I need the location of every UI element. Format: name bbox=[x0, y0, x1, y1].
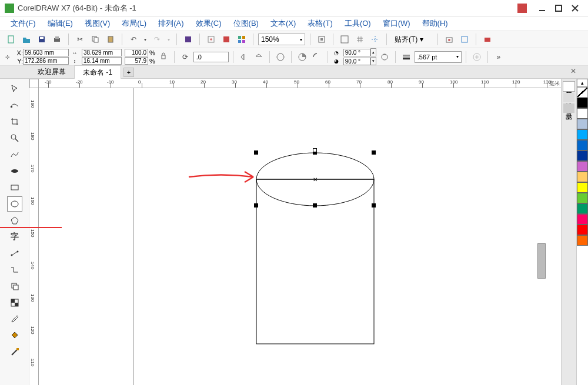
menu-effects[interactable]: 效果(C) bbox=[191, 17, 226, 30]
y-input[interactable] bbox=[23, 57, 69, 65]
menu-window[interactable]: 窗口(W) bbox=[378, 17, 415, 30]
color-swatch[interactable] bbox=[577, 140, 588, 150]
rotation-input[interactable] bbox=[193, 52, 229, 62]
spinner-down[interactable]: ▾ bbox=[370, 57, 376, 65]
eyedropper-tool[interactable] bbox=[7, 312, 22, 327]
color-swatch[interactable] bbox=[577, 172, 588, 182]
dimension-tool[interactable] bbox=[7, 246, 22, 261]
mirror-h-button[interactable] bbox=[238, 51, 250, 63]
menu-view[interactable]: 视图(V) bbox=[80, 17, 115, 30]
export-button[interactable] bbox=[205, 33, 218, 46]
palette-up-button[interactable]: ▴ bbox=[577, 79, 588, 87]
color-swatch[interactable] bbox=[577, 98, 588, 108]
x-input[interactable] bbox=[23, 49, 69, 56]
app-launcher-button[interactable] bbox=[235, 33, 248, 46]
handle-ne[interactable] bbox=[372, 150, 376, 155]
options2-button[interactable] bbox=[458, 33, 471, 46]
menu-table[interactable]: 表格(T) bbox=[303, 17, 338, 30]
fill-tool[interactable] bbox=[7, 328, 22, 343]
tab-close-icon[interactable]: ✕ bbox=[570, 67, 576, 75]
docker-hints[interactable]: 提示 bbox=[563, 103, 574, 113]
arc-mode-button[interactable] bbox=[310, 51, 323, 63]
menu-arrange[interactable]: 排列(A) bbox=[153, 17, 188, 30]
minimize-button[interactable] bbox=[534, 2, 550, 14]
text-tool[interactable]: 字 bbox=[7, 229, 22, 245]
transparency-tool[interactable] bbox=[7, 295, 22, 310]
save-button[interactable] bbox=[35, 33, 48, 46]
outline-width-select[interactable]: .567 pt▾ bbox=[415, 51, 462, 63]
menu-edit[interactable]: 编辑(E) bbox=[43, 17, 78, 30]
color-swatch[interactable] bbox=[577, 161, 588, 172]
show-guides-button[interactable] bbox=[369, 33, 382, 46]
interactive-tool[interactable] bbox=[7, 279, 22, 294]
menu-bitmaps[interactable]: 位图(B) bbox=[229, 17, 263, 30]
height-input[interactable] bbox=[82, 57, 122, 65]
more-button[interactable]: » bbox=[492, 51, 505, 63]
color-swatch[interactable] bbox=[577, 182, 588, 193]
docker-object-properties[interactable]: 对象属性 bbox=[563, 81, 575, 92]
tab-document[interactable]: 未命名 -1 bbox=[74, 65, 121, 80]
ruler-origin[interactable] bbox=[29, 79, 39, 88]
color-swatch[interactable] bbox=[577, 225, 588, 235]
publish-pdf-button[interactable] bbox=[220, 33, 233, 46]
end-angle-input[interactable] bbox=[343, 58, 370, 65]
show-grid-button[interactable] bbox=[353, 33, 366, 46]
crop-tool[interactable] bbox=[7, 114, 22, 129]
rectangle-tool[interactable] bbox=[7, 180, 22, 195]
color-swatch[interactable] bbox=[577, 150, 588, 161]
fullscreen-button[interactable] bbox=[315, 33, 328, 46]
options-button[interactable] bbox=[443, 33, 456, 46]
pick-tool[interactable] bbox=[7, 81, 22, 96]
scale-x-input[interactable] bbox=[125, 49, 148, 56]
swap-angles-button[interactable] bbox=[378, 51, 391, 63]
horizontal-ruler[interactable]: 毫米 -30-20-100102030405060708090100110120… bbox=[39, 79, 561, 88]
menu-tools[interactable]: 工具(O) bbox=[340, 17, 376, 30]
color-swatch[interactable] bbox=[577, 214, 588, 225]
show-rulers-button[interactable] bbox=[338, 33, 351, 46]
tab-welcome[interactable]: 欢迎屏幕 bbox=[29, 65, 74, 79]
menu-file[interactable]: 文件(F) bbox=[6, 17, 41, 30]
handle-nw[interactable] bbox=[254, 150, 258, 155]
pie-mode-button[interactable] bbox=[296, 51, 309, 63]
menu-help[interactable]: 帮助(H) bbox=[417, 17, 453, 30]
color-swatch[interactable] bbox=[577, 108, 588, 119]
user-badge-icon[interactable] bbox=[517, 4, 527, 13]
snap-dropdown[interactable]: 贴齐(T) ▾ bbox=[392, 34, 433, 45]
ellipse-node-icon[interactable] bbox=[313, 148, 317, 152]
scale-y-input[interactable] bbox=[125, 57, 148, 65]
shape-tool[interactable] bbox=[7, 98, 22, 113]
close-button[interactable] bbox=[567, 2, 583, 14]
outline-tool[interactable] bbox=[7, 344, 22, 360]
freehand-tool[interactable] bbox=[7, 147, 22, 162]
new-button[interactable] bbox=[5, 33, 18, 46]
vertical-scrollbar-thumb[interactable] bbox=[537, 243, 546, 279]
docker-guides[interactable]: 辅助线 bbox=[563, 93, 574, 102]
palette-no-color[interactable] bbox=[577, 87, 588, 98]
lock-ratio-button[interactable] bbox=[157, 51, 170, 63]
handle-se[interactable] bbox=[372, 203, 376, 207]
drawing-selection[interactable]: ✕ bbox=[256, 153, 374, 206]
undo-button[interactable]: ↶ bbox=[127, 33, 140, 46]
launch-button[interactable] bbox=[481, 33, 494, 46]
vertical-ruler[interactable]: 190180170160150140130120110 bbox=[29, 88, 39, 385]
copy-button[interactable] bbox=[89, 33, 102, 46]
ellipse-tool[interactable] bbox=[7, 196, 22, 212]
to-front-button[interactable] bbox=[470, 51, 483, 63]
redo-button[interactable]: ↷ bbox=[151, 33, 163, 46]
print-button[interactable] bbox=[51, 33, 64, 46]
undo-dropdown[interactable]: ▾ bbox=[142, 33, 148, 46]
color-swatch[interactable] bbox=[577, 193, 588, 203]
zoom-select[interactable]: 150%▾ bbox=[258, 34, 305, 45]
menu-text[interactable]: 文本(X) bbox=[266, 17, 300, 30]
spinner-up[interactable]: ▴ bbox=[370, 48, 376, 56]
open-button[interactable] bbox=[20, 33, 33, 46]
color-swatch[interactable] bbox=[577, 235, 588, 246]
color-swatch[interactable] bbox=[577, 203, 588, 214]
color-swatch[interactable] bbox=[577, 119, 588, 129]
handle-s[interactable] bbox=[313, 203, 317, 207]
import-button[interactable] bbox=[182, 33, 195, 46]
color-swatch[interactable] bbox=[577, 129, 588, 140]
maximize-button[interactable] bbox=[550, 2, 567, 14]
menu-layout[interactable]: 布局(L) bbox=[117, 17, 151, 30]
mirror-v-button[interactable] bbox=[252, 51, 265, 63]
